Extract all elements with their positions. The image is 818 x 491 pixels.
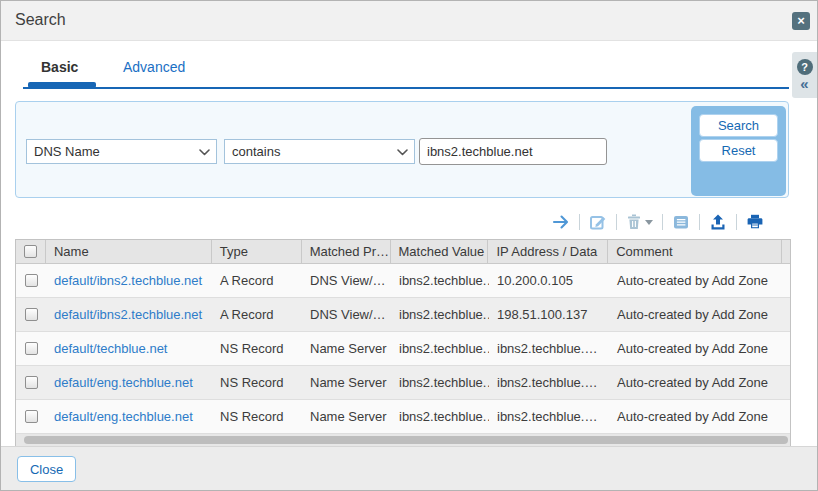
cell-matched-property: Name Server: [302, 375, 391, 390]
cell-type: NS Record: [212, 341, 302, 356]
cell-comment: Auto-created by Add Zone: [609, 273, 783, 288]
open-arrow-icon: [552, 213, 570, 231]
horizontal-scrollbar[interactable]: [16, 434, 790, 446]
cell-name: default/eng.techblue.net: [46, 375, 212, 390]
record-link[interactable]: default/eng.techblue.net: [54, 409, 193, 424]
row-checkbox[interactable]: [25, 376, 38, 389]
cell-type: NS Record: [212, 409, 302, 424]
column-header-comment[interactable]: Comment: [608, 240, 782, 263]
cell-matched-value: ibns2.techblue.…: [391, 307, 489, 322]
print-icon: [746, 213, 764, 231]
row-checkbox-cell: [16, 274, 46, 287]
row-checkbox[interactable]: [25, 342, 38, 355]
cell-matched-property: DNS View/…: [302, 273, 391, 288]
column-header-name[interactable]: Name: [46, 240, 212, 263]
dialog-title: Search: [15, 11, 66, 29]
select-all-checkbox[interactable]: [24, 245, 37, 258]
cell-comment: Auto-created by Add Zone: [609, 341, 783, 356]
cell-ip-address: ibns2.techblue.…: [489, 341, 609, 356]
delete-caret-icon: [645, 220, 653, 225]
cell-matched-property: DNS View/…: [302, 307, 391, 322]
cell-matched-value: ibns2.techblue.…: [391, 341, 489, 356]
table-row[interactable]: default/ibns2.techblue.net A Record DNS …: [16, 264, 790, 298]
cell-matched-property: Name Server: [302, 409, 391, 424]
table-header-row: Name Type Matched Pr… Matched Value IP A…: [16, 240, 790, 264]
header-spacer: [782, 240, 790, 263]
tab-advanced[interactable]: Advanced: [123, 59, 185, 75]
toolbar-divider: [579, 214, 580, 230]
column-header-matched-property[interactable]: Matched Pr…: [302, 240, 391, 263]
row-checkbox-cell: [16, 308, 46, 321]
cell-comment: Auto-created by Add Zone: [609, 307, 783, 322]
row-checkbox[interactable]: [25, 274, 38, 287]
row-checkbox-cell: [16, 342, 46, 355]
column-header-matched-value[interactable]: Matched Value: [391, 240, 489, 263]
cell-ip-address: ibns2.techblue.…: [489, 375, 609, 390]
header-checkbox-cell: [16, 240, 46, 263]
side-panel-strip: ? «: [792, 52, 817, 98]
chevron-down-icon: [397, 149, 408, 156]
table-row[interactable]: default/eng.techblue.net NS Record Name …: [16, 366, 790, 400]
row-checkbox-cell: [16, 376, 46, 389]
column-header-type[interactable]: Type: [212, 240, 302, 263]
cell-ip-address: 198.51.100.137: [489, 307, 609, 322]
cell-name: default/techblue.net: [46, 341, 212, 356]
results-table: Name Type Matched Pr… Matched Value IP A…: [15, 239, 791, 447]
cell-matched-value: ibns2.techblue.…: [391, 273, 489, 288]
row-checkbox[interactable]: [25, 410, 38, 423]
search-query-input[interactable]: [419, 138, 607, 165]
dialog-footer: Close: [1, 446, 817, 490]
table-row[interactable]: default/ibns2.techblue.net A Record DNS …: [16, 298, 790, 332]
record-link[interactable]: default/ibns2.techblue.net: [54, 273, 202, 288]
cell-matched-property: Name Server: [302, 341, 391, 356]
cell-comment: Auto-created by Add Zone: [609, 375, 783, 390]
cell-ip-address: ibns2.techblue.…: [489, 409, 609, 424]
table-row[interactable]: default/techblue.net NS Record Name Serv…: [16, 332, 790, 366]
table-row[interactable]: default/eng.techblue.net NS Record Name …: [16, 400, 790, 434]
toolbar-divider: [662, 214, 663, 230]
toolbar-divider: [699, 214, 700, 230]
edit-button[interactable]: [589, 213, 607, 231]
search-criteria-panel: DNS Name contains Search Reset: [15, 101, 789, 198]
cell-type: NS Record: [212, 375, 302, 390]
search-dialog: Search × Basic Advanced ? « DNS Name con…: [0, 0, 818, 491]
cell-ip-address: 10.200.0.105: [489, 273, 609, 288]
cell-type: A Record: [212, 307, 302, 322]
tab-underline: [23, 87, 789, 89]
help-icon[interactable]: ?: [797, 59, 813, 75]
field-dropdown-value: DNS Name: [34, 144, 100, 159]
operator-dropdown-value: contains: [232, 144, 280, 159]
horizontal-scrollbar-thumb[interactable]: [24, 436, 788, 444]
record-link[interactable]: default/techblue.net: [54, 341, 167, 356]
cell-name: default/eng.techblue.net: [46, 409, 212, 424]
row-checkbox-cell: [16, 410, 46, 423]
delete-button[interactable]: [626, 213, 653, 231]
reset-button[interactable]: Reset: [699, 139, 778, 162]
toolbar-divider: [616, 214, 617, 230]
tab-basic[interactable]: Basic: [41, 59, 78, 75]
export-button[interactable]: [709, 213, 727, 231]
toolbar-divider: [736, 214, 737, 230]
dialog-close-icon[interactable]: ×: [792, 12, 810, 30]
print-button[interactable]: [746, 213, 764, 231]
open-record-button[interactable]: [552, 213, 570, 231]
field-dropdown[interactable]: DNS Name: [26, 139, 217, 164]
record-link[interactable]: default/ibns2.techblue.net: [54, 307, 202, 322]
edit-icon: [589, 213, 607, 231]
cell-matched-value: ibns2.techblue.…: [391, 409, 489, 424]
cell-name: default/ibns2.techblue.net: [46, 307, 212, 322]
dialog-titlebar: Search ×: [1, 1, 817, 41]
operator-dropdown[interactable]: contains: [224, 139, 415, 164]
search-button[interactable]: Search: [699, 114, 778, 137]
column-header-ip-address[interactable]: IP Address / Data: [488, 240, 608, 263]
record-link[interactable]: default/eng.techblue.net: [54, 375, 193, 390]
collapse-panel-icon[interactable]: «: [800, 77, 808, 91]
cell-matched-value: ibns2.techblue.…: [391, 375, 489, 390]
row-checkbox[interactable]: [25, 308, 38, 321]
table-body: default/ibns2.techblue.net A Record DNS …: [16, 264, 790, 434]
export-icon: [709, 213, 727, 231]
search-buttons-panel: Search Reset: [691, 106, 786, 196]
table-view-button[interactable]: [672, 213, 690, 231]
close-button[interactable]: Close: [17, 456, 76, 482]
cell-comment: Auto-created by Add Zone: [609, 409, 783, 424]
